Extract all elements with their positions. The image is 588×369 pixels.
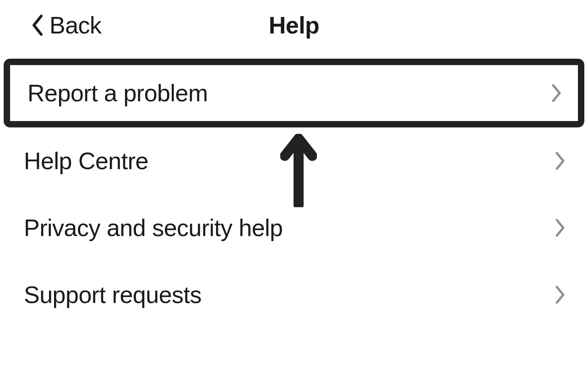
menu-item-label: Support requests (24, 281, 201, 308)
menu-item-report-problem[interactable]: Report a problem (4, 59, 584, 127)
back-button[interactable]: Back (9, 11, 102, 39)
chevron-right-icon (551, 83, 562, 103)
menu-item-help-centre[interactable]: Help Centre (0, 127, 588, 194)
chevron-right-icon (555, 285, 566, 304)
chevron-right-icon (555, 218, 566, 237)
menu-item-label: Privacy and security help (24, 214, 283, 242)
menu-item-label: Report a problem (27, 79, 208, 107)
help-menu-list: Report a problem Help Centre Privacy and… (0, 59, 588, 328)
menu-item-support-requests[interactable]: Support requests (0, 261, 588, 328)
chevron-left-icon (31, 14, 44, 36)
back-label: Back (49, 11, 102, 39)
chevron-right-icon (555, 151, 566, 171)
menu-item-label: Help Centre (24, 147, 148, 175)
page-title: Help (269, 11, 320, 39)
menu-item-privacy-security[interactable]: Privacy and security help (0, 194, 588, 261)
header: Back Help (0, 0, 588, 50)
